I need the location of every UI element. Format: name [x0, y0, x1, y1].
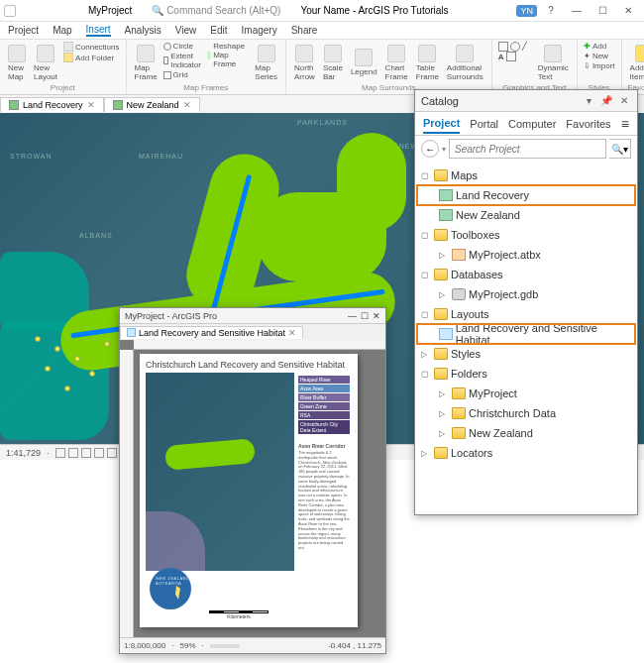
layout-window: MyProject - ArcGIS Pro — ☐ ✕ Land Recove… — [119, 307, 386, 654]
style-import-button[interactable]: ⇩Import — [584, 61, 615, 70]
close-icon[interactable]: ✕ — [87, 100, 95, 110]
layout-canvas[interactable]: Christchurch Land Recovery and Sensitive… — [120, 340, 385, 637]
menu-share[interactable]: Share — [291, 25, 318, 36]
menu-analysis[interactable]: Analysis — [125, 25, 161, 36]
rect-tool[interactable] — [498, 42, 508, 52]
close-button[interactable]: ✕ — [616, 2, 640, 20]
help-button[interactable]: ? — [539, 2, 563, 20]
tab-new-zealand[interactable]: New Zealand✕ — [104, 97, 200, 112]
layout-zoom[interactable]: 59% — [180, 641, 196, 650]
tree-styles[interactable]: ▷Styles — [417, 344, 635, 364]
menu-view[interactable]: View — [175, 25, 197, 36]
table-frame-button[interactable]: Table Frame — [414, 42, 441, 83]
tree-item-folder-myproject[interactable]: ▷MyProject — [417, 384, 635, 403]
catalog-tab-project[interactable]: Project — [423, 114, 460, 134]
close-icon[interactable]: ✕ — [183, 100, 191, 110]
tree-item-folder-christchurch[interactable]: ▷Christchurch Data — [417, 403, 635, 423]
reshape-button[interactable]: Reshape Map Frame — [207, 42, 249, 68]
ribbon: New Map New Layout Connections Add Folde… — [0, 40, 644, 95]
status-icon[interactable] — [107, 448, 117, 458]
map-frame-button[interactable]: Map Frame — [133, 42, 160, 83]
circle-button[interactable]: Circle — [163, 42, 204, 51]
layout-page[interactable]: Christchurch Land Recovery and Sensitive… — [140, 354, 358, 627]
legend-button[interactable]: Legend — [349, 42, 379, 83]
menu-insert[interactable]: Insert — [86, 24, 111, 37]
line-tool[interactable]: ╱ — [522, 42, 532, 52]
status-icon[interactable] — [55, 448, 65, 458]
search-input[interactable] — [449, 139, 606, 159]
catalog-tab-favorites[interactable]: Favorites — [566, 115, 610, 133]
layout-tab[interactable]: Land Recovery and Sensitive Habitat✕ — [120, 326, 303, 339]
status-icon[interactable] — [94, 448, 104, 458]
zoom-slider[interactable] — [210, 644, 240, 648]
image-tool[interactable] — [506, 52, 516, 61]
circle-tool[interactable] — [510, 42, 520, 52]
minimize-button[interactable]: — — [565, 2, 589, 20]
scale-bar-button[interactable]: Scale Bar — [321, 42, 345, 83]
search-button[interactable]: 🔍▾ — [609, 139, 631, 159]
menu-project[interactable]: Project — [8, 25, 39, 36]
close-icon[interactable]: ✕ — [288, 328, 296, 338]
tree-locators[interactable]: ▷Locators — [417, 443, 635, 463]
close-button[interactable]: ✕ — [373, 311, 380, 321]
command-search[interactable]: 🔍 Command Search (Alt+Q) — [152, 5, 280, 16]
toolbox-icon — [452, 249, 466, 261]
user-label: Your Name - ArcGIS Pro Tutorials — [300, 5, 448, 16]
style-add-button[interactable]: ✚Add — [584, 42, 615, 51]
catalog-tab-computer[interactable]: Computer — [508, 115, 556, 133]
tree-layouts[interactable]: ▢Layouts — [417, 304, 635, 324]
tree-item-land-recovery[interactable]: Land Recovery — [417, 185, 635, 205]
additional-surrounds-button[interactable]: Additional Surrounds — [445, 42, 485, 83]
dynamic-text-button[interactable]: Dynamic Text — [536, 42, 571, 83]
tree-folders[interactable]: ▢Folders — [417, 364, 635, 384]
maximize-button[interactable]: ☐ — [361, 311, 369, 321]
tree-toolboxes[interactable]: ▢Toolboxes — [417, 225, 635, 245]
tree-item-folder-nz[interactable]: ▷New Zealand — [417, 423, 635, 443]
folder-icon — [434, 348, 448, 360]
layout-map-frame[interactable] — [146, 373, 294, 571]
back-button[interactable]: ← — [421, 140, 439, 158]
scale-bar: Kilometers — [209, 610, 268, 619]
menu-imagery[interactable]: Imagery — [242, 25, 277, 36]
folder-icon — [434, 308, 448, 320]
catalog-tab-portal[interactable]: Portal — [470, 115, 498, 133]
map-series-button[interactable]: Map Series — [253, 42, 279, 83]
catalog-dropdown-icon[interactable]: ▾ — [582, 94, 595, 108]
add-item-button[interactable]: Add Item — [628, 42, 644, 83]
chart-frame-button[interactable]: Chart Frame — [383, 42, 410, 83]
catalog-pin-icon[interactable]: 📌 — [599, 94, 613, 108]
inset-map[interactable]: NEW ZEALAND AOTEAROA — [150, 568, 191, 609]
maximize-button[interactable]: ☐ — [590, 2, 614, 20]
new-map-button[interactable]: New Map — [6, 42, 28, 83]
add-folder-button[interactable]: Add Folder — [63, 53, 119, 62]
tree-item-atbx[interactable]: ▷MyProject.atbx — [417, 245, 635, 265]
user-avatar[interactable]: YN — [516, 5, 537, 17]
menu-map[interactable]: Map — [53, 25, 71, 36]
map-scale[interactable]: 1:41,729 — [6, 448, 41, 458]
map-icon — [439, 189, 453, 201]
tree-item-gdb[interactable]: ▷MyProject.gdb — [417, 284, 635, 304]
tree-item-new-zealand[interactable]: New Zealand — [417, 205, 635, 225]
menu-edit[interactable]: Edit — [210, 25, 227, 36]
history-dropdown[interactable]: ▾ — [442, 145, 446, 154]
layout-scale[interactable]: 1:8,000,000 — [124, 641, 165, 650]
status-icon[interactable] — [81, 448, 91, 458]
grid-button[interactable]: Grid — [163, 70, 204, 79]
catalog-tree: ▢Maps Land Recovery New Zealand ▢Toolbox… — [415, 162, 637, 467]
layout-legend: Heaped River Avon Area River Buffer Gree… — [298, 376, 350, 435]
tree-item-layout[interactable]: Land Recovery and Sensitive Habitat — [417, 324, 635, 344]
status-icon[interactable] — [68, 448, 78, 458]
style-new-button[interactable]: ✦New — [584, 52, 615, 60]
catalog-menu-icon[interactable]: ≡ — [621, 116, 629, 132]
map-icon — [439, 209, 453, 221]
text-tool[interactable]: A — [498, 53, 504, 61]
catalog-close-icon[interactable]: ✕ — [617, 94, 631, 108]
new-layout-button[interactable]: New Layout — [32, 42, 59, 83]
tree-maps[interactable]: ▢Maps — [417, 166, 635, 185]
tree-databases[interactable]: ▢Databases — [417, 265, 635, 284]
connections-button[interactable]: Connections — [63, 42, 119, 52]
tab-land-recovery[interactable]: Land Recovery✕ — [0, 97, 104, 112]
minimize-button[interactable]: — — [348, 311, 357, 321]
north-arrow-button[interactable]: North Arrow — [292, 42, 317, 83]
extent-button[interactable]: Extent Indicator — [163, 52, 204, 69]
